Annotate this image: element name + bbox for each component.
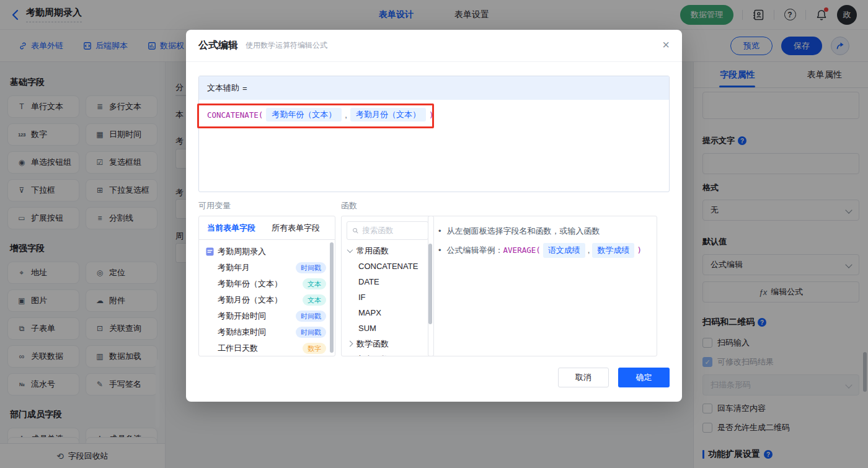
function-item[interactable]: SUM — [342, 320, 433, 336]
tab-all-form-fields[interactable]: 所有表单字段 — [264, 223, 328, 234]
type-badge: 时间戳 — [296, 262, 326, 273]
function-item[interactable]: CONCATENATE — [342, 258, 433, 274]
formula-editor-modal: 公式编辑 使用数学运算符编辑公式 × 文本辅助 = CONCATENATE( 考… — [186, 30, 682, 402]
chevron-right-icon — [347, 341, 353, 347]
modal-title: 公式编辑 — [198, 39, 238, 52]
variable-row[interactable]: 考勤结束时间时间戳 — [199, 324, 335, 340]
function-search[interactable] — [347, 221, 428, 240]
functions-label: 函数 — [341, 200, 357, 211]
help-tip: 从左侧面板选择字段名和函数，或输入函数 — [447, 224, 600, 238]
field-chip[interactable]: 考勤月份（文本） — [350, 108, 426, 121]
formula-editor-box[interactable]: 文本辅助 = CONCATENATE( 考勤年份（文本） , 考勤月份（文本） … — [198, 76, 670, 192]
functions-panel: 常用函数 CONCATENATE DATE IF MAPX SUM 数学函数 文… — [341, 216, 434, 356]
chevron-down-icon — [347, 247, 353, 253]
variable-row[interactable]: 工作日天数数字 — [199, 340, 335, 356]
function-item[interactable]: DATE — [342, 274, 433, 289]
example-function-name: AVERAGE( — [503, 244, 541, 257]
variables-scrollbar[interactable] — [330, 242, 334, 353]
type-badge: 文本 — [303, 294, 326, 306]
cancel-button[interactable]: 取消 — [558, 368, 609, 387]
function-group-math[interactable]: 数学函数 — [342, 336, 433, 351]
formula-target: 文本辅助 = — [199, 76, 669, 100]
type-badge: 时间戳 — [296, 311, 326, 322]
variable-row[interactable]: 考勤开始时间时间戳 — [199, 308, 335, 324]
search-icon — [352, 227, 358, 234]
example-field-chip: 数学成绩 — [592, 243, 634, 258]
type-badge: 数字 — [303, 343, 326, 354]
function-group-text[interactable]: 文本函数 — [342, 351, 433, 356]
variables-panel: 当前表单字段 所有表单字段 考勤周期录入 考勤年月时间戳 考勤年份（文本）文本 … — [198, 216, 335, 356]
bullet: • — [438, 244, 441, 257]
variable-row[interactable]: 考勤年份（文本）文本 — [199, 276, 335, 292]
type-badge: 时间戳 — [296, 327, 326, 338]
field-chip[interactable]: 考勤年份（文本） — [266, 108, 342, 121]
variables-label: 可用变量 — [198, 200, 231, 211]
function-item[interactable]: MAPX — [342, 305, 433, 320]
bullet: • — [438, 224, 441, 238]
function-name: CONCATENATE( — [207, 110, 263, 120]
confirm-button[interactable]: 确定 — [618, 368, 670, 387]
function-item[interactable]: IF — [342, 289, 433, 305]
formula-help-panel: • 从左侧面板选择字段名和函数，或输入函数 • 公式编辑举例： AVERAGE(… — [428, 216, 657, 356]
tab-current-form-fields[interactable]: 当前表单字段 — [199, 223, 264, 234]
help-example-prefix: 公式编辑举例： — [447, 244, 503, 257]
formula-expression[interactable]: CONCATENATE( 考勤年份（文本） , 考勤月份（文本） ) — [199, 100, 669, 130]
variable-row[interactable]: 考勤月份（文本）文本 — [199, 292, 335, 308]
variable-root-row[interactable]: 考勤周期录入 — [199, 244, 335, 260]
close-icon[interactable]: × — [662, 38, 670, 51]
function-group-common[interactable]: 常用函数 — [342, 243, 433, 258]
example-field-chip: 语文成绩 — [543, 243, 585, 258]
function-search-input[interactable] — [362, 226, 423, 235]
type-badge: 文本 — [303, 278, 326, 289]
modal-subtitle: 使用数学运算符编辑公式 — [246, 40, 327, 51]
form-doc-icon — [206, 247, 214, 256]
variable-row[interactable]: 考勤年月时间戳 — [199, 260, 335, 276]
